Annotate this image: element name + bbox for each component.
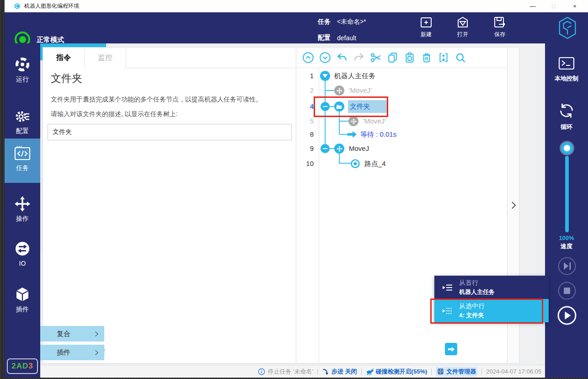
config-field-value: default — [337, 34, 356, 42]
movej-icon — [348, 116, 358, 126]
panel-tabbar: 指令 监控 — [43, 48, 296, 68]
list-solid-icon — [442, 282, 454, 294]
loop-button[interactable]: 循环 — [545, 101, 588, 131]
save-task-icon — [485, 16, 514, 29]
tree-row-movej-disabled[interactable]: 2 'MoveJ' — [296, 84, 507, 97]
separator — [481, 368, 482, 375]
list-dotted-icon — [442, 305, 454, 317]
title-bar: 机器人图形化编程环境 — □ × — [5, 0, 588, 12]
waypoint-icon — [350, 159, 360, 169]
file-manager-text: 文件管理器 — [446, 368, 476, 376]
open-task-label: 打开 — [448, 31, 477, 38]
sidebar-item-operate[interactable]: 操作 — [5, 192, 40, 228]
new-task-button[interactable]: 新建 — [412, 16, 441, 38]
row-number: 8 — [296, 130, 314, 138]
io-icon — [5, 240, 40, 257]
step-mode-status[interactable]: 步进 关闭 — [322, 368, 357, 376]
step-forward-button[interactable] — [556, 256, 577, 277]
sidebar-item-label: IO — [5, 260, 40, 267]
row-number: 2 — [296, 86, 314, 94]
task-field-label: 任务 — [318, 18, 331, 26]
group-composite-button[interactable]: 复合 — [40, 326, 104, 342]
delete-button[interactable] — [420, 52, 433, 64]
window-title: 机器人图形化编程环境 — [24, 2, 79, 10]
speed-slider-knob[interactable] — [561, 142, 573, 154]
group-label: 复合 — [57, 330, 70, 338]
sidebar-nav: 运行 配置 任务 操作 IO 插件 2AD3 — [5, 43, 40, 378]
folder-description: 文件夹用于囊括完成某个功能的多个任务节点，以提高机器人任务可读性。 — [51, 96, 262, 104]
open-task-icon — [448, 16, 477, 29]
stop-button[interactable] — [556, 280, 577, 301]
speed-slider-track[interactable] — [565, 156, 569, 232]
tab-monitor[interactable]: 监控 — [85, 48, 126, 68]
tab-instruction[interactable]: 指令 — [43, 48, 85, 68]
config-field-label: 配置 — [318, 34, 331, 42]
local-control-label: 本地控制 — [545, 75, 588, 83]
search-button[interactable] — [454, 52, 466, 64]
redo-button[interactable] — [353, 52, 365, 64]
insert-position-button[interactable] — [445, 343, 457, 355]
speed-value: 100% — [545, 235, 588, 241]
step-mode-text: 步进 关闭 — [331, 368, 357, 376]
movej-icon — [334, 85, 344, 96]
folder-icon — [334, 101, 344, 112]
sidebar-item-run[interactable]: 运行 — [5, 53, 40, 88]
play-button[interactable] — [556, 305, 577, 326]
control-rail: 本地控制 循环 100% 速度 — [545, 43, 588, 378]
stop-task-status: 停止任务 '未命名' — [258, 368, 313, 376]
instruction-detail-panel: 指令 监控 文件夹 文件夹用于囊括完成某个功能的多个任务节点，以提高机器人任务可… — [43, 47, 296, 363]
collision-icon — [366, 368, 374, 375]
collapse-icon[interactable] — [321, 144, 330, 153]
separator — [431, 368, 432, 375]
loop-icon — [545, 101, 588, 120]
plugin-cube-icon — [5, 286, 40, 303]
collapse-icon[interactable] — [321, 102, 330, 111]
cut-button[interactable] — [369, 52, 382, 64]
separator — [317, 368, 318, 375]
maximize-button[interactable]: □ — [543, 0, 564, 12]
popup-item-from-selected-line[interactable]: 从选中行 4: 文件夹 — [434, 299, 549, 322]
expand-icon[interactable] — [320, 71, 330, 81]
task-field-value: <未命名>* — [337, 18, 366, 26]
row-label: 机器人主任务 — [334, 72, 375, 80]
paste-button[interactable] — [403, 52, 416, 64]
tree-row-wait[interactable]: 8 等待 : 0.01s — [296, 128, 507, 141]
move-arrows-icon — [5, 196, 40, 212]
app-logo-icon — [14, 3, 21, 10]
popup-item-from-first-line[interactable]: 从首行 机器人主任务 — [434, 276, 549, 299]
tree-row-movej[interactable]: 9 MoveJ — [296, 142, 507, 155]
task-config-fields: 任务 <未命名>* 配置 default — [318, 16, 366, 44]
move-down-button[interactable] — [319, 52, 331, 64]
row-label: 'MoveJ' — [363, 117, 386, 125]
collision-detect-status[interactable]: 碰撞检测开启(55%) — [366, 368, 428, 376]
folder-name-input[interactable] — [48, 124, 292, 140]
open-task-button[interactable]: 打开 — [448, 16, 477, 38]
sidebar-item-config[interactable]: 配置 — [5, 104, 40, 140]
stop-task-text: 停止任务 '未命名' — [267, 368, 313, 376]
row-number: 4 — [296, 102, 314, 110]
undo-button[interactable] — [336, 52, 348, 64]
group-plugin-button[interactable]: 插件 — [40, 345, 104, 360]
tree-row-folder-selected[interactable]: 4 文件夹 — [296, 100, 507, 113]
tree-row-waypoint[interactable]: 10 路点_4 — [296, 157, 507, 170]
save-task-button[interactable]: 保存 — [485, 16, 514, 38]
new-task-icon — [412, 16, 441, 29]
tree-row-movej-child[interactable]: 5 'MoveJ' — [296, 115, 507, 128]
insert-button[interactable] — [437, 52, 449, 64]
movej-icon — [334, 144, 344, 154]
tree-row-main-task[interactable]: 1 机器人主任务 — [296, 69, 507, 82]
row-number: 10 — [296, 160, 314, 167]
chevron-right-icon — [95, 350, 99, 356]
app-header: 正常模式 任务 <未命名>* 配置 default 新建 打开 保存 — [5, 12, 588, 43]
sidebar-item-label: 插件 — [5, 305, 40, 314]
row-label: 文件夹 — [350, 102, 370, 111]
move-up-button[interactable] — [302, 52, 314, 64]
close-button[interactable]: × — [564, 0, 585, 12]
sidebar-item-io[interactable]: IO — [5, 237, 40, 270]
file-manager-button[interactable]: 文件管理器 — [436, 367, 477, 377]
sidebar-item-task[interactable]: 任务 — [5, 139, 40, 183]
minimize-button[interactable]: — — [522, 0, 543, 12]
copy-button[interactable] — [386, 52, 399, 64]
local-control-button[interactable]: 本地控制 — [545, 55, 588, 83]
sidebar-item-plugin[interactable]: 插件 — [5, 283, 40, 318]
